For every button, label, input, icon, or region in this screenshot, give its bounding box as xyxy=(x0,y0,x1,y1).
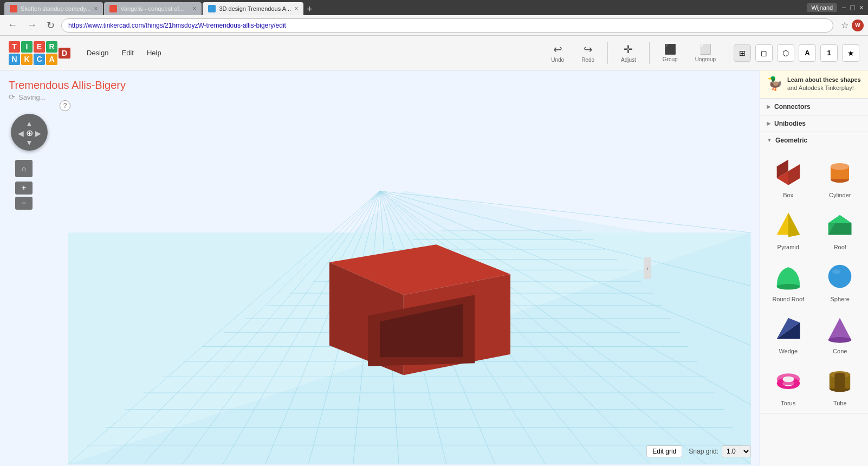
toolbar-sep-3 xyxy=(729,42,729,64)
ad-text-line2: and Autodesk Tinkerplay! xyxy=(787,85,854,91)
nav-bar: ← → ↻ https://www.tinkercad.com/things/2… xyxy=(0,15,868,36)
close-button[interactable]: × xyxy=(859,3,864,12)
tab-close-1[interactable]: × xyxy=(94,5,98,12)
ad-icon: 🦆 xyxy=(767,76,783,91)
shape-sphere[interactable]: Sphere xyxy=(817,257,864,305)
panel-expand-button[interactable]: › xyxy=(644,257,651,279)
shape-wedge[interactable]: Wedge xyxy=(765,309,812,357)
unibodies-arrow: ▶ xyxy=(767,120,771,126)
app-toolbar: T I N K E R C A D Design Edit Help ↩ xyxy=(0,36,868,70)
shape-tube[interactable]: Tube xyxy=(817,361,864,409)
tab-3[interactable]: 3D design Tremendous A... × xyxy=(203,2,303,15)
minimize-button[interactable]: − xyxy=(841,3,846,12)
saving-icon: ⟳ xyxy=(9,93,15,101)
compass-sw xyxy=(16,138,25,147)
section-unibodies-header[interactable]: ▶ Unibodies xyxy=(760,115,868,132)
logo-r: R xyxy=(46,41,57,53)
adjust-icon: ✛ xyxy=(624,43,633,56)
zoom-in-button[interactable]: + xyxy=(15,182,33,195)
adjust-button[interactable]: ✛ Adjust xyxy=(617,41,640,65)
menu-bar: Design Edit Help xyxy=(81,47,167,59)
shape-cylinder[interactable]: Cylinder xyxy=(817,153,864,200)
unibodies-title: Unibodies xyxy=(774,120,806,127)
tab-favicon-2 xyxy=(109,5,117,12)
shape-wedge-thumb xyxy=(771,311,806,346)
compass-se xyxy=(34,138,42,147)
shape-tube-thumb xyxy=(822,363,857,398)
solid-view-button[interactable]: ⬡ xyxy=(777,44,794,62)
home-button[interactable]: ⌂ xyxy=(15,160,33,177)
star-button[interactable]: ★ xyxy=(842,44,859,62)
user-avatar: W xyxy=(852,20,864,31)
compass-n[interactable]: ▲ xyxy=(25,119,34,128)
shape-cone[interactable]: Cone xyxy=(817,309,864,357)
compass-center[interactable]: ⊕ xyxy=(25,128,34,138)
menu-design[interactable]: Design xyxy=(81,47,114,59)
menu-help[interactable]: Help xyxy=(141,47,167,59)
undo-icon: ↩ xyxy=(553,43,562,56)
shape-roof[interactable]: Roof xyxy=(817,205,864,253)
shape-box-thumb xyxy=(771,155,806,190)
shape-roundroof[interactable]: Round Roof xyxy=(765,257,812,305)
undo-label: Undo xyxy=(551,57,564,63)
logo-d: D xyxy=(59,48,70,59)
edit-grid-button[interactable]: Edit grid xyxy=(646,445,682,457)
reload-button[interactable]: ↻ xyxy=(43,18,58,33)
connectors-arrow: ▶ xyxy=(767,103,771,109)
canvas-area[interactable]: Tremendous Allis-Bigery ⟳ Saving... ? ▲ … xyxy=(0,70,760,466)
shape-box-label: Box xyxy=(783,192,793,198)
project-title[interactable]: Tremendous Allis-Bigery xyxy=(9,79,126,92)
tab-label-1: Skoften standup comedy... xyxy=(21,5,90,12)
shape-pyramid-thumb xyxy=(771,207,806,242)
tab-1[interactable]: Skoften standup comedy... × xyxy=(4,2,103,15)
panel-ad[interactable]: 🦆 Learn about these shapes and Autodesk … xyxy=(760,70,868,99)
logo-n: N xyxy=(9,54,20,65)
zoom-out-button[interactable]: − xyxy=(15,197,33,210)
grid-view-button[interactable]: ⊞ xyxy=(734,44,751,62)
number-view-button[interactable]: 1 xyxy=(820,44,838,62)
text-view-button[interactable]: A xyxy=(799,44,816,62)
nav-compass[interactable]: ▲ ◀ ⊕ ▶ ▼ xyxy=(11,114,48,151)
redo-button[interactable]: ↪ Redo xyxy=(577,41,599,65)
shape-pyramid[interactable]: Pyramid xyxy=(765,205,812,253)
shape-cylinder-label: Cylinder xyxy=(829,192,851,198)
compass-e[interactable]: ▶ xyxy=(34,128,42,138)
svg-point-61 xyxy=(832,269,840,274)
logo-t: T xyxy=(9,41,20,53)
group-button[interactable]: ⬛ Group xyxy=(658,41,682,64)
tab-close-3[interactable]: × xyxy=(294,5,298,12)
maximize-button[interactable]: □ xyxy=(850,3,854,12)
ungroup-icon: ⬜ xyxy=(699,43,711,55)
shape-tube-label: Tube xyxy=(833,400,847,406)
cube-view-button[interactable]: ◻ xyxy=(755,44,773,62)
section-geometric-header[interactable]: ▼ Geometric xyxy=(760,132,868,148)
url-bar[interactable]: https://www.tinkercad.com/things/21hmsdo… xyxy=(61,18,833,33)
menu-edit[interactable]: Edit xyxy=(116,47,139,59)
section-unibodies: ▶ Unibodies xyxy=(760,115,868,132)
shape-cone-thumb xyxy=(822,311,857,346)
shape-cone-label: Cone xyxy=(833,348,847,354)
compass-ne xyxy=(34,119,42,128)
back-button[interactable]: ← xyxy=(4,18,21,32)
tab-close-2[interactable]: × xyxy=(192,5,196,12)
forward-button[interactable]: → xyxy=(24,18,40,32)
section-connectors: ▶ Connectors xyxy=(760,99,868,115)
right-panel: 🦆 Learn about these shapes and Autodesk … xyxy=(760,70,868,466)
help-button[interactable]: ? xyxy=(60,100,70,111)
ad-text-line1: Learn about these shapes xyxy=(787,76,861,83)
ungroup-button[interactable]: ⬜ Ungroup xyxy=(691,41,720,64)
compass-s[interactable]: ▼ xyxy=(25,138,34,147)
shape-roof-thumb xyxy=(822,207,857,242)
geometric-title: Geometric xyxy=(775,137,807,144)
shape-torus[interactable]: Torus xyxy=(765,361,812,409)
section-connectors-header[interactable]: ▶ Connectors xyxy=(760,99,868,115)
new-tab-button[interactable]: + xyxy=(307,4,313,15)
tab-2[interactable]: Vangelis - conquest of... × xyxy=(104,2,202,15)
bookmark-icon[interactable]: ☆ xyxy=(841,20,848,30)
undo-button[interactable]: ↩ Undo xyxy=(547,41,568,65)
snap-select[interactable]: 1.0 0.5 0.25 xyxy=(722,445,751,457)
compass-w[interactable]: ◀ xyxy=(16,128,25,138)
shape-box[interactable]: Box xyxy=(765,153,812,200)
redo-label: Redo xyxy=(581,57,594,63)
shape-sphere-thumb xyxy=(822,259,857,294)
